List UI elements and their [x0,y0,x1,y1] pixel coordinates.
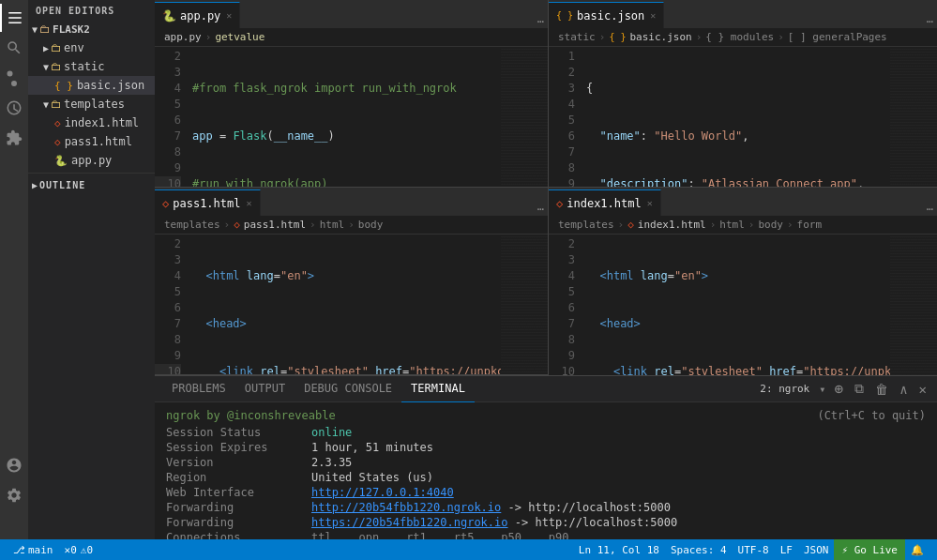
chevron-up-icon[interactable]: ∧ [897,382,910,397]
terminal-panel-actions: 2: ngrok ▾ ⊕ ⧉ 🗑 ∧ ✕ [760,380,929,398]
sidebar-item-pass1html[interactable]: ◇ pass1.html [28,132,155,151]
sidebar-item-outline[interactable]: ▶ OUTLINE [28,175,155,194]
status-bar-right: Ln 11, Col 18 Spaces: 4 UTF-8 LF JSON ⚡ … [573,539,929,560]
activity-bar-extensions[interactable] [0,124,28,152]
trash-icon[interactable]: 🗑 [872,382,891,397]
activity-bar-explorer[interactable] [0,4,28,32]
pass1html-more-icon[interactable]: ⋯ [537,203,544,216]
activity-bar-git[interactable] [0,64,28,92]
add-icon[interactable]: ⊕ [831,380,846,398]
apppy-more-icon[interactable]: ⋯ [537,15,544,28]
language-label: JSON [804,544,829,556]
tab-index1html2[interactable]: ◇ index1.html ✕ [549,189,661,216]
pass1html-code-area[interactable]: 23456 7891011 1213 <html lang="en"> <hea… [155,235,548,374]
status-language[interactable]: JSON [798,539,835,560]
split-icon[interactable]: ⧉ [852,381,867,397]
index1html-tab-close[interactable]: ✕ [647,198,653,208]
error-count: 0 [70,544,77,556]
basicjson-more-icon[interactable]: ⋯ [927,15,933,28]
tab-basicjson2[interactable]: { } basic.json ✕ [549,2,664,28]
basicjson-tab-label: basic.json [577,9,644,23]
apppy-breadcrumb: app.py › getvalue [155,28,548,47]
pass1html-line-nums: 23456 7891011 1213 [155,235,189,374]
activity-bar-settings[interactable] [0,481,28,509]
apppy-tab-close[interactable]: ✕ [226,10,232,21]
dropdown-arrow-icon[interactable]: ▾ [819,383,825,396]
terminal-panel-real: PROBLEMS OUTPUT DEBUG CONSOLE TERMINAL 2… [155,375,937,539]
basicjson-line-nums: 12345 678910 11121314 [549,47,582,187]
row-version: Version2.3.35 [166,455,926,470]
spaces-label: Spaces: 4 [671,544,727,556]
index1html-line-nums: 23456 7891011 12131415 [549,235,582,375]
terminal-first-line: ngrok by @inconshreveable (Ctrl+C to qui… [166,408,926,423]
bc-apppy: app.py [164,31,202,43]
status-live[interactable]: ⚡ Go Live [834,539,905,560]
basicjson-code: { "name": "Hello World", "description": … [582,47,890,187]
basicjson-breadcrumb: static › { } basic.json › { } modules › … [549,28,937,47]
tab-problems2[interactable]: PROBLEMS [162,376,235,402]
row-connections-header: Connectionsttl opn rt1 rt5 p50 p90 [166,530,926,539]
chevron-right-icon: ▶ [43,43,49,53]
html-icon-index1: ◇ [556,197,563,210]
basicjson-code-area[interactable]: 12345 678910 11121314 { "name": "Hello W… [549,47,937,187]
basicjson-editor-pane: { } basic.json ✕ ⋯ static › { } basic.js… [549,0,937,188]
pass1html-tab-label: pass1.html [173,197,240,210]
pass1html-tab-close[interactable]: ✕ [246,198,251,208]
apppy-code-area[interactable]: 23456 78910 11 #from flask_ngrok import … [155,47,548,187]
chevron-right-icon2: ▶ [32,180,38,190]
tab-output2[interactable]: OUTPUT [235,376,295,402]
sidebar-item-index1html[interactable]: ◇ index1.html [28,114,155,132]
pass1html-minimap [501,235,548,374]
index1html-breadcrumb: templates › ◇ index1.html › html › body … [549,216,937,235]
index1html-more-icon[interactable]: ⋯ [927,203,933,216]
index1html-tab-label: index1.html [567,197,641,210]
sidebar-pass1html-label: pass1.html [65,135,132,148]
sidebar-item-env[interactable]: ▶ 🗀 env [28,38,155,57]
activity-bar [0,0,28,539]
status-notifications[interactable]: 🔔 [905,539,929,560]
activity-bar-account[interactable] [0,451,28,479]
folder-icon3: 🗀 [51,98,62,111]
status-encoding[interactable]: UTF-8 [733,539,775,560]
pass1html-code: <html lang="en"> <head> <link rel="style… [189,235,501,374]
git-icon: ⎇ [13,544,25,556]
warning-count: 0 [86,544,93,556]
status-spaces[interactable]: Spaces: 4 [665,539,733,560]
bc-static2: static [558,31,596,43]
tab-pass1html[interactable]: ◇ pass1.html ✕ [155,189,261,216]
basicjson-tab-bar: { } basic.json ✕ ⋯ [549,0,937,28]
status-cursor[interactable]: Ln 11, Col 18 [573,539,665,560]
apppy-code: #from flask_ngrok import run_with_ngrok … [189,47,501,187]
live-label: ⚡ Go Live [841,544,898,556]
tab-apppy2[interactable]: 🐍 app.py ✕ [155,2,240,28]
sidebar: OPEN EDITORS ▼ 🗀 FLASK2 ▶ 🗀 env ▼ 🗀 stat… [28,0,155,539]
apppy-line-nums: 23456 78910 11 [155,47,189,187]
sidebar-item-apppy[interactable]: 🐍 app.py [28,151,155,170]
folder-icon2: 🗀 [51,60,62,73]
bc-templates2: templates [164,219,220,231]
status-line-ending[interactable]: LF [775,539,798,560]
status-branch[interactable]: ⎇ main [8,539,59,560]
index1html-code-area[interactable]: 23456 7891011 12131415 <html lang="en"> … [549,235,937,375]
sidebar-item-templates[interactable]: ▼ 🗀 templates [28,95,155,114]
html-file-icon2: ◇ [54,136,61,148]
activity-bar-search[interactable] [0,34,28,62]
sidebar-item-flask2[interactable]: ▼ 🗀 FLASK2 [28,20,155,38]
warning-icon: ⚠ [81,544,87,556]
bc-index1html-name2: index1.html [638,219,706,231]
status-bar: ⎇ main ✕ 0 ⚠ 0 Ln 11, Col 18 Spaces: 4 U… [0,539,937,560]
basicjson-tab-close[interactable]: ✕ [650,10,656,21]
json-icon2: { } [556,10,573,21]
sidebar-item-static[interactable]: ▼ 🗀 static [28,57,155,76]
close-panel-btn[interactable]: ✕ [916,382,929,397]
activity-bar-debug[interactable] [0,94,28,122]
tab-debug2[interactable]: DEBUG CONSOLE [295,376,401,402]
sidebar-templates-label: templates [64,98,125,111]
chevron-down-icon3: ▼ [43,99,49,110]
sidebar-item-basic-json[interactable]: { } basic.json [28,76,155,95]
folder-icon: 🗀 [51,41,62,54]
sidebar-header: OPEN EDITORS [28,0,155,20]
index1html-code: <html lang="en"> <head> <link rel="style… [582,235,890,375]
tab-terminal2[interactable]: TERMINAL [401,376,475,402]
status-errors[interactable]: ✕ 0 ⚠ 0 [59,539,99,560]
